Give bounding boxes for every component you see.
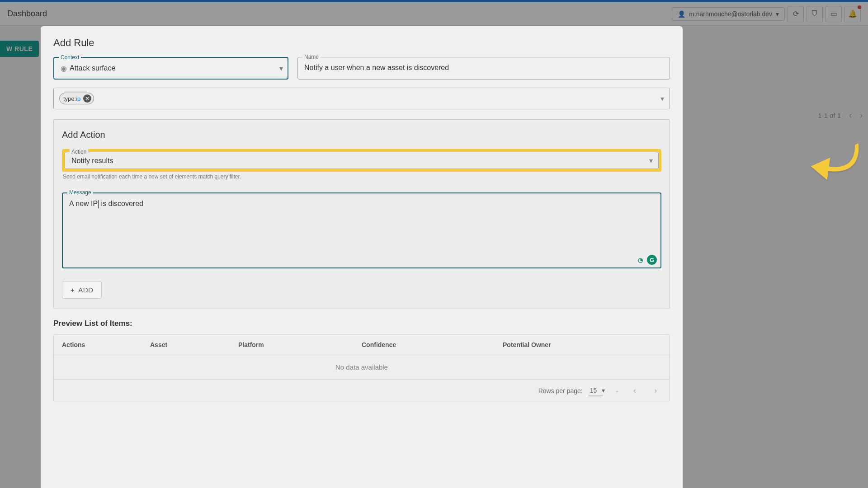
action-card: Add Action Action Notify results Send em… bbox=[53, 119, 670, 309]
action-label: Action bbox=[70, 149, 88, 155]
action-select-highlight: Action Notify results bbox=[62, 149, 661, 172]
chevron-down-icon bbox=[660, 94, 664, 103]
message-textarea[interactable]: Message A new IP is discovered ◔ G bbox=[62, 192, 661, 268]
name-label: Name bbox=[302, 54, 321, 60]
rows-per-page-value: 15 bbox=[590, 387, 597, 394]
page-range: - bbox=[616, 387, 618, 394]
text-cursor bbox=[98, 200, 99, 208]
chevron-down-icon bbox=[602, 387, 605, 394]
col-potential-owner: Potential Owner bbox=[503, 341, 661, 348]
context-value: Attack surface bbox=[70, 64, 115, 72]
preview-title: Preview List of Items: bbox=[53, 319, 670, 328]
table-header: Actions Asset Platform Confidence Potent… bbox=[54, 335, 670, 355]
grammarly-icon[interactable]: G bbox=[647, 255, 657, 265]
add-rule-modal: Add Rule Context ◉ Attack surface Name N… bbox=[41, 26, 683, 488]
name-input[interactable]: Name Notify a user when a new asset is d… bbox=[297, 57, 670, 80]
col-asset: Asset bbox=[150, 341, 238, 348]
preview-table: Actions Asset Platform Confidence Potent… bbox=[53, 334, 670, 402]
rows-per-page-select[interactable]: 15 bbox=[588, 386, 604, 395]
annotation-arrow-icon bbox=[809, 136, 859, 192]
next-page-button[interactable]: › bbox=[651, 386, 660, 395]
chip-remove-icon[interactable]: ✕ bbox=[83, 94, 91, 103]
modal-title: Add Rule bbox=[53, 37, 670, 49]
chip-value: ip bbox=[76, 95, 80, 102]
chevron-down-icon bbox=[279, 64, 283, 73]
action-select[interactable]: Action Notify results bbox=[65, 152, 659, 169]
fingerprint-icon: ◉ bbox=[61, 64, 67, 73]
context-label: Context bbox=[59, 54, 81, 61]
action-help-text: Send email notification each time a new … bbox=[62, 174, 661, 180]
col-platform: Platform bbox=[238, 341, 362, 348]
action-value: Notify results bbox=[65, 152, 658, 169]
col-actions: Actions bbox=[62, 341, 150, 348]
action-section-title: Add Action bbox=[62, 130, 661, 140]
add-button-label: ADD bbox=[78, 286, 93, 294]
rows-per-page-label: Rows per page: bbox=[538, 387, 583, 394]
context-select[interactable]: Context ◉ Attack surface bbox=[53, 57, 288, 80]
table-empty-text: No data available bbox=[54, 355, 670, 380]
col-confidence: Confidence bbox=[362, 341, 503, 348]
prev-page-button[interactable]: ‹ bbox=[631, 386, 639, 395]
filter-input[interactable]: type:ip ✕ bbox=[53, 88, 670, 109]
add-action-button[interactable]: + ADD bbox=[62, 281, 102, 299]
grammarly-tone-icon[interactable]: ◔ bbox=[635, 255, 645, 265]
message-text-post: is discovered bbox=[99, 200, 143, 207]
message-label: Message bbox=[67, 189, 93, 196]
filter-chip-type[interactable]: type:ip ✕ bbox=[59, 93, 94, 104]
message-text-pre: A new IP bbox=[69, 200, 98, 207]
chevron-down-icon bbox=[649, 156, 653, 165]
name-value: Notify a user when a new asset is discov… bbox=[304, 64, 449, 72]
chip-key: type: bbox=[63, 95, 76, 102]
table-footer: Rows per page: 15 - ‹ › bbox=[54, 380, 670, 402]
plus-icon: + bbox=[71, 286, 75, 294]
